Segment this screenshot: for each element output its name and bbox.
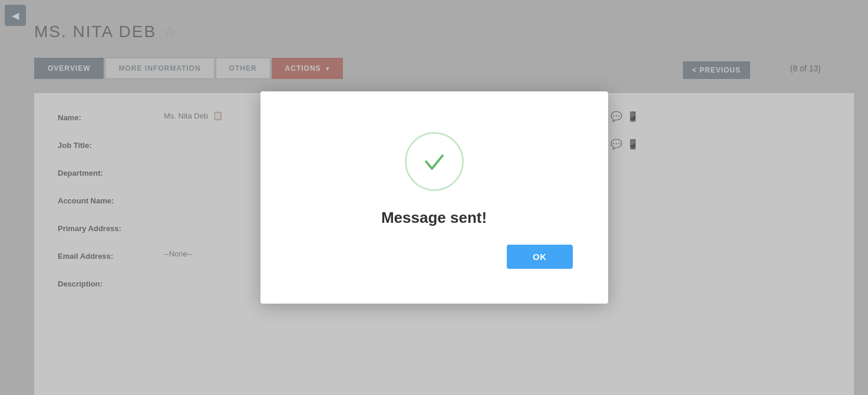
- success-modal: Message sent! OK: [260, 91, 608, 304]
- modal-message: Message sent!: [381, 209, 487, 227]
- ok-button[interactable]: OK: [507, 245, 573, 269]
- checkmark-icon: [419, 146, 450, 177]
- modal-overlay: Message sent! OK: [0, 0, 868, 395]
- checkmark-circle: [405, 132, 464, 191]
